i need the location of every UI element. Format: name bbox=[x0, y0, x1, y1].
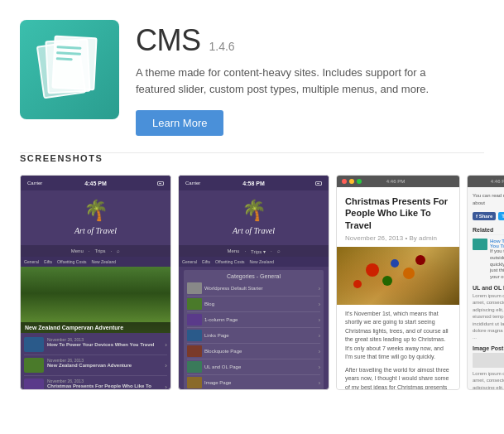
url-bar: 4:46 PM bbox=[386, 179, 405, 184]
related-item: How To Power You Travel If you travel ou… bbox=[473, 239, 504, 281]
cat-arrow-icon: › bbox=[319, 380, 320, 386]
screenshot-2: Carrier 4:58 PM 🌴 Art of Travel Menu · T… bbox=[178, 175, 329, 390]
site-name-1: Art of Travel bbox=[74, 226, 117, 235]
palm-tree-icon: 🌴 bbox=[29, 199, 162, 222]
time-4: 4:46 PM bbox=[491, 179, 504, 184]
subnav-item: New Zealand bbox=[92, 259, 116, 264]
featured-image-1: New Zealand Campervan Adventure bbox=[21, 267, 170, 333]
subnav-item-2: General bbox=[182, 259, 197, 264]
cat-arrow-icon: › bbox=[319, 364, 320, 370]
mobile-status-bar-1: Carrier 4:45 PM bbox=[21, 176, 170, 190]
arrow-icon: › bbox=[165, 341, 167, 349]
post-title: New Zealand Campervan Adventure bbox=[47, 363, 161, 369]
category-item: UL and OL Page › bbox=[187, 359, 320, 375]
related-post-desc: If you travel outside, you quickly reali… bbox=[490, 248, 504, 281]
post-text: November 26, 2013 How To Power Your Devi… bbox=[47, 337, 161, 349]
post-text: November 26, 2013 New Zealand Campervan … bbox=[47, 358, 161, 369]
theme-version: 1.4.6 bbox=[209, 40, 235, 53]
related-title: Related bbox=[473, 227, 504, 235]
blog-header: Christmas Presents For People Who Like T… bbox=[337, 187, 459, 247]
subnav-item: Offsetting Costs bbox=[57, 259, 86, 264]
subnav-item-2: New Zealand bbox=[250, 259, 274, 264]
categories-panel: Categories - General Worldpress Default … bbox=[184, 270, 324, 390]
category-item: Links Page › bbox=[187, 328, 320, 344]
post-author: By admin bbox=[410, 234, 437, 242]
cat-thumb bbox=[187, 314, 202, 326]
nav-search-2: ⌕ bbox=[277, 248, 281, 253]
cat-arrow-icon: › bbox=[319, 317, 320, 323]
cat-arrow-icon: › bbox=[319, 349, 320, 354]
subnav-item: Gifts bbox=[44, 259, 52, 264]
theme-name: CMS bbox=[136, 23, 201, 58]
blog-paragraph-1: It's November 1st, which means that shor… bbox=[345, 310, 451, 362]
screenshot-3: 4:46 PM Christmas Presents For People Wh… bbox=[336, 175, 460, 390]
mobile-nav-2: Menu · Trips ▾ · ⌕ bbox=[179, 245, 329, 257]
nav-dot: · bbox=[89, 248, 90, 253]
theme-info: CMS 1.4.6 A theme made for content-heavy… bbox=[136, 20, 484, 136]
subnav-item: General bbox=[24, 259, 39, 264]
decoration bbox=[391, 259, 399, 268]
cat-label: Blog bbox=[204, 301, 316, 306]
subnav-item-2: Gifts bbox=[202, 259, 210, 264]
cat-label: UL and OL Page bbox=[204, 364, 316, 369]
time-display-2: 4:58 PM bbox=[242, 181, 264, 186]
nav-item-2: Trips ▾ bbox=[251, 248, 266, 254]
carrier-label-2: Carrier bbox=[185, 181, 239, 186]
cat-label: Image Page bbox=[204, 380, 316, 385]
sidebar-panel: You can read more about f Share Tweet Re… bbox=[468, 187, 504, 390]
related-thumb bbox=[473, 239, 487, 250]
featured-caption: New Zealand Campervan Adventure bbox=[21, 322, 170, 333]
twitter-share-button[interactable]: Tweet bbox=[498, 212, 504, 220]
cat-thumb bbox=[187, 345, 202, 357]
browser-bar-4: 4:46 PM bbox=[468, 176, 504, 187]
cat-thumb bbox=[187, 361, 202, 373]
post-list-1: November 26, 2013 How To Power Your Devi… bbox=[21, 333, 170, 390]
blog-body: It's November 1st, which means that shor… bbox=[337, 305, 459, 390]
ul-ol-title: UL and OL Post bbox=[473, 285, 504, 291]
cat-thumb bbox=[187, 330, 202, 341]
nav-item: Trips bbox=[94, 248, 105, 253]
cat-label: 1-column Page bbox=[204, 317, 316, 322]
post-title: How To Power Your Devices When You Trave… bbox=[47, 342, 161, 349]
mobile-logo-2: 🌴 Art of Travel bbox=[179, 190, 329, 245]
learn-more-button[interactable]: Learn More bbox=[136, 110, 223, 136]
palm-tree-icon-2: 🌴 bbox=[187, 199, 320, 222]
arrow-icon: › bbox=[165, 362, 167, 369]
sub-nav-2: General Gifts Offsetting Costs New Zeala… bbox=[179, 257, 329, 267]
image-placeholder bbox=[473, 353, 504, 368]
cat-arrow-icon: › bbox=[319, 301, 320, 307]
mobile-status-bar-2: Carrier 4:58 PM bbox=[179, 176, 329, 190]
screenshot-4: 4:46 PM You can read more about f Share … bbox=[467, 175, 504, 390]
arrow-icon: › bbox=[165, 383, 167, 390]
image-text: Lorem ipsum dolor sit amet, consectetur … bbox=[473, 370, 504, 390]
nav-search: ⌕ bbox=[117, 248, 120, 253]
blog-paragraph-2: After travelling the world for almost th… bbox=[345, 366, 451, 390]
post-thumb bbox=[24, 337, 44, 352]
post-text: November 26, 2013 Christmas Presents For… bbox=[47, 379, 161, 390]
post-thumb bbox=[24, 358, 44, 373]
related-post-title: How To Power You Travel bbox=[490, 239, 504, 248]
list-item: November 26, 2013 New Zealand Campervan … bbox=[24, 355, 167, 376]
sidebar-intro: You can read more about bbox=[473, 192, 504, 207]
list-item: November 26, 2013 Christmas Presents For… bbox=[24, 376, 167, 390]
facebook-share-button[interactable]: f Share bbox=[473, 212, 496, 220]
related-content: How To Power You Travel If you travel ou… bbox=[490, 239, 504, 281]
decoration bbox=[415, 255, 425, 265]
cat-arrow-icon: › bbox=[319, 286, 320, 292]
featured-title: New Zealand Campervan Adventure bbox=[25, 325, 166, 330]
decoration bbox=[382, 276, 392, 286]
theme-description: A theme made for content-heavy sites. In… bbox=[136, 65, 467, 97]
category-item: Blog › bbox=[187, 297, 320, 312]
post-title: Christmas Presents For People Who Like T… bbox=[47, 383, 161, 390]
cat-arrow-icon: › bbox=[319, 333, 320, 339]
blog-post-title: Christmas Presents For People Who Like T… bbox=[345, 195, 451, 231]
cat-thumb bbox=[187, 282, 202, 294]
cat-thumb bbox=[187, 298, 202, 310]
mobile-logo-1: 🌴 Art of Travel bbox=[21, 190, 170, 245]
decoration bbox=[353, 280, 362, 288]
post-thumb bbox=[24, 379, 44, 390]
share-buttons: f Share Tweet bbox=[473, 212, 504, 220]
desktop-browser-bar: 4:46 PM bbox=[337, 176, 459, 187]
category-item: Image Page › bbox=[187, 375, 320, 390]
post-date: November 26, 2013 bbox=[345, 234, 403, 242]
